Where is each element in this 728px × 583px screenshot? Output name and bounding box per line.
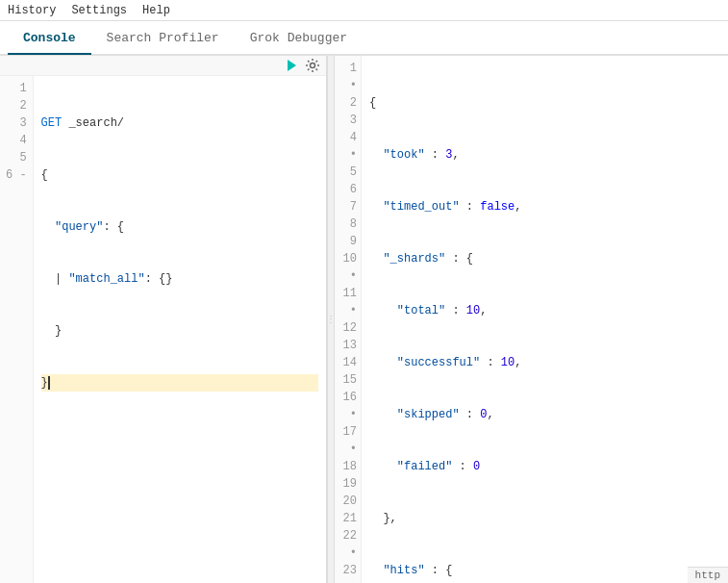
svg-point-1 [311, 63, 315, 68]
editor-lines: 1 2 3 4 5 6 - GET _search/ { "query": { … [0, 76, 326, 583]
editor-code[interactable]: GET _search/ { "query": { | "match_all":… [34, 76, 326, 583]
tab-search-profiler[interactable]: Search Profiler [91, 23, 235, 55]
editor-line-5: } [41, 322, 318, 340]
resize-handle[interactable]: ⋮ [327, 56, 335, 583]
status-text: http [695, 570, 720, 581]
resp-line-7: "skipped" : 0, [369, 406, 728, 423]
menu-history[interactable]: History [8, 4, 56, 17]
resp-line-3: "timed_out" : false, [369, 198, 728, 215]
resp-line-2: "took" : 3, [369, 146, 728, 164]
resp-line-6: "successful" : 10, [369, 354, 728, 371]
editor-line-6: } [41, 374, 318, 392]
tab-bar: Console Search Profiler Grok Debugger [0, 21, 728, 56]
run-button[interactable] [284, 58, 299, 73]
response-panel: 1 • 2 3 4 • 5 6 7 8 9 10 • 11 • 12 13 14… [335, 56, 728, 583]
editor-line-2: { [41, 166, 318, 184]
status-bar: http [688, 567, 728, 583]
menu-settings[interactable]: Settings [71, 4, 127, 17]
editor-panel: 1 2 3 4 5 6 - GET _search/ { "query": { … [0, 56, 327, 583]
editor-line-3: "query": { [41, 218, 318, 236]
response-content: { "took" : 3, "timed_out" : false, "_sha… [362, 56, 728, 583]
main-content: 1 2 3 4 5 6 - GET _search/ { "query": { … [0, 56, 728, 583]
editor-toolbar [0, 56, 326, 76]
svg-marker-0 [288, 60, 296, 71]
response-line-numbers: 1 • 2 3 4 • 5 6 7 8 9 10 • 11 • 12 13 14… [335, 56, 362, 583]
menu-help[interactable]: Help [142, 4, 170, 17]
resp-line-5: "total" : 10, [369, 302, 728, 319]
tab-grok-debugger[interactable]: Grok Debugger [235, 23, 363, 55]
editor-line-1: GET _search/ [41, 114, 318, 132]
settings-icon[interactable] [305, 58, 320, 73]
resp-line-8: "failed" : 0 [369, 458, 728, 475]
menu-bar: History Settings Help [0, 0, 728, 21]
tab-console[interactable]: Console [8, 23, 91, 55]
resp-line-9: }, [369, 510, 728, 527]
editor-line-numbers: 1 2 3 4 5 6 - [0, 76, 34, 583]
editor-line-4: | "match_all": {} [41, 270, 318, 288]
resp-line-4: "_shards" : { [369, 250, 728, 267]
resp-line-10: "hits" : { [369, 562, 728, 579]
resp-line-1: { [369, 94, 728, 112]
